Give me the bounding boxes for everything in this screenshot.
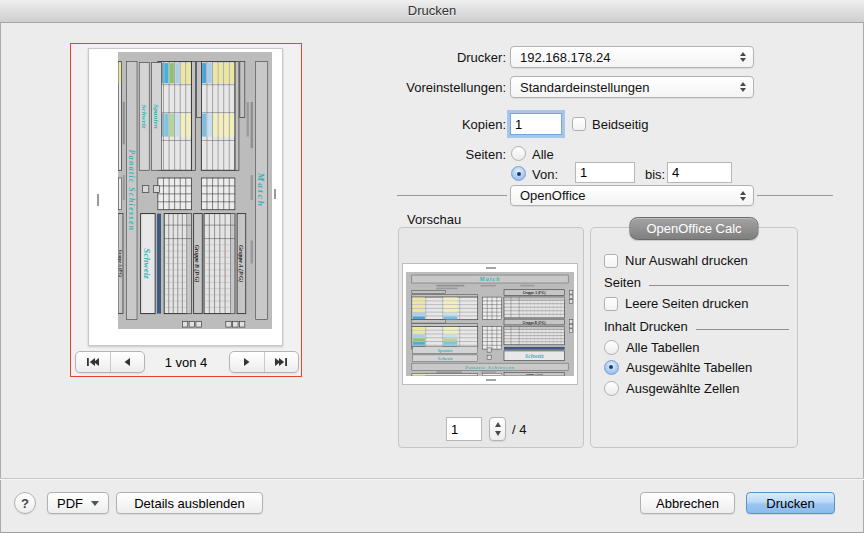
selection-only-row: Nur Auswahl drucken xyxy=(604,253,748,268)
cancel-label: Abbrechen xyxy=(656,496,719,511)
preview-page xyxy=(88,48,283,346)
printer-select-value: 192.168.178.24 xyxy=(520,50,610,65)
stepper-up-icon[interactable] xyxy=(495,422,501,427)
calc-options-groupbox: OpenOffice Calc Nur Auswahl drucken Seit… xyxy=(590,227,798,448)
pages-section-rule xyxy=(649,285,789,286)
content-section-label: Inhalt Drucken xyxy=(604,319,688,334)
preview-page-stepper[interactable] xyxy=(489,417,506,441)
all-tables-label[interactable]: Alle Tabellen xyxy=(626,340,699,355)
updown-arrows-icon xyxy=(740,52,746,62)
pages-to-label: bis: xyxy=(645,167,665,182)
presets-select[interactable]: Standardeinstellungen xyxy=(510,76,754,98)
page-preview-panel: 1 von 4 xyxy=(70,43,302,377)
help-icon: ? xyxy=(21,496,29,511)
printer-label: Drucker: xyxy=(330,50,506,65)
pages-all-label[interactable]: Alle xyxy=(532,147,554,162)
last-page-icon xyxy=(274,357,288,367)
app-select-divider-right xyxy=(757,195,833,196)
pages-to-input[interactable] xyxy=(667,162,732,183)
pages-all-radio[interactable] xyxy=(511,146,526,161)
cancel-button[interactable]: Abbrechen xyxy=(640,492,735,514)
calc-options-tab: OpenOffice Calc xyxy=(629,217,758,240)
app-section-select[interactable]: OpenOffice xyxy=(510,185,754,206)
pages-range-radio[interactable] xyxy=(511,166,526,181)
title-bar: Drucken xyxy=(0,0,864,23)
thumb-header-text xyxy=(486,267,496,269)
vorschau-thumbnail xyxy=(402,263,578,385)
empty-pages-row: Leere Seiten drucken xyxy=(604,296,749,311)
preview-page-input[interactable] xyxy=(446,417,482,441)
updown-arrows-icon xyxy=(740,82,746,92)
updown-arrows-icon xyxy=(740,191,746,201)
copies-input[interactable] xyxy=(510,113,562,135)
dialog-title: Drucken xyxy=(408,3,456,18)
pages-from-label[interactable]: Von: xyxy=(532,167,558,182)
nav-forward-group xyxy=(229,351,299,373)
empty-pages-label[interactable]: Leere Seiten drucken xyxy=(625,296,749,311)
duplex-checkbox[interactable] xyxy=(572,117,586,131)
pages-from-input[interactable] xyxy=(575,162,635,183)
pages-section-label: Seiten xyxy=(604,275,641,290)
copies-label: Kopien: xyxy=(330,117,506,132)
sheet-preview xyxy=(406,272,574,376)
print-label: Drucken xyxy=(766,496,814,511)
presets-label: Voreinstellungen: xyxy=(330,80,506,95)
print-dialog: Drucken 1 von 4 xyxy=(0,0,864,533)
pages-section-header: Seiten xyxy=(604,275,789,290)
hide-details-label: Details ausblenden xyxy=(134,496,245,511)
vorschau-label: Vorschau xyxy=(407,212,461,227)
vorschau-panel: / 4 xyxy=(398,227,584,448)
all-tables-row: Alle Tabellen xyxy=(604,340,699,355)
app-select-divider-left xyxy=(397,195,507,196)
selected-tables-row: Ausgewählte Tabellen xyxy=(604,360,752,375)
next-page-icon xyxy=(242,357,252,367)
hide-details-button[interactable]: Details ausblenden xyxy=(116,492,263,514)
content-section-header: Inhalt Drucken xyxy=(604,319,789,334)
preview-page-total: / 4 xyxy=(512,422,526,437)
thumb-footer-text xyxy=(486,379,496,381)
pages-label: Seiten: xyxy=(330,147,506,162)
all-tables-radio[interactable] xyxy=(604,340,619,355)
app-section-select-value: OpenOffice xyxy=(520,188,586,203)
print-button[interactable]: Drucken xyxy=(746,492,835,514)
stepper-down-icon[interactable] xyxy=(495,431,501,436)
selected-cells-radio[interactable] xyxy=(604,381,619,396)
selected-tables-radio[interactable] xyxy=(604,360,619,375)
selected-cells-label[interactable]: Ausgewählte Zellen xyxy=(626,381,739,396)
next-page-button[interactable] xyxy=(230,352,264,372)
selection-only-checkbox[interactable] xyxy=(604,254,618,268)
selection-only-label[interactable]: Nur Auswahl drucken xyxy=(625,253,748,268)
page-margin-text-right xyxy=(274,189,276,199)
empty-pages-checkbox[interactable] xyxy=(604,297,618,311)
selected-cells-row: Ausgewählte Zellen xyxy=(604,381,739,396)
dropdown-arrow-icon xyxy=(91,501,99,506)
pdf-button-label: PDF xyxy=(57,496,83,511)
printer-select[interactable]: 192.168.178.24 xyxy=(510,46,754,68)
page-margin-text-left xyxy=(97,194,99,206)
help-button[interactable]: ? xyxy=(14,492,36,514)
footer-divider xyxy=(0,478,864,479)
rotated-sheet-preview xyxy=(118,52,272,329)
last-page-button[interactable] xyxy=(264,352,299,372)
selected-tables-label[interactable]: Ausgewählte Tabellen xyxy=(626,360,752,375)
content-section-rule xyxy=(696,329,789,330)
presets-select-value: Standardeinstellungen xyxy=(520,80,649,95)
duplex-label[interactable]: Beidseitig xyxy=(592,117,648,132)
pdf-menu-button[interactable]: PDF xyxy=(47,492,109,514)
